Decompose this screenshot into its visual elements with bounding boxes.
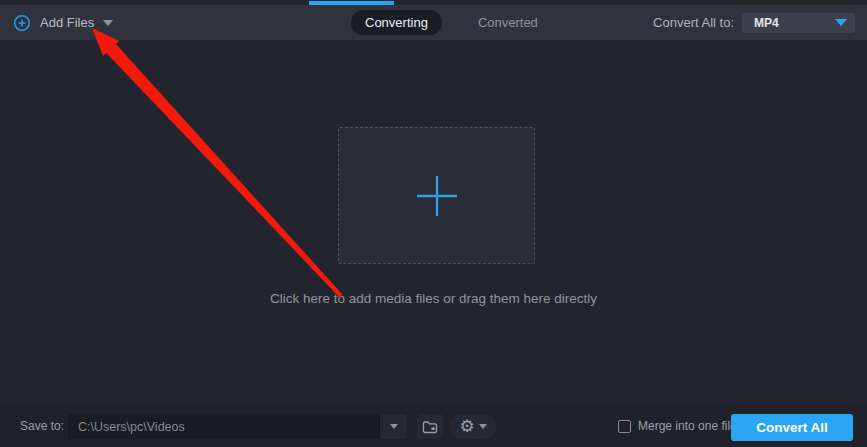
chevron-down-icon xyxy=(835,19,847,26)
plus-circle-icon xyxy=(13,14,31,32)
add-files-button[interactable]: Add Files xyxy=(13,5,113,40)
plus-icon xyxy=(415,174,459,218)
convert-all-to-group: Convert All to: MP4 xyxy=(653,5,855,40)
merge-checkbox[interactable] xyxy=(618,420,631,433)
save-path-value[interactable]: C:\Users\pc\Videos xyxy=(68,420,379,434)
dropzone-hint-text[interactable]: Click here to add media files or drag th… xyxy=(0,291,867,306)
save-to-label: Save to: xyxy=(20,419,64,433)
output-format-value: MP4 xyxy=(754,16,779,30)
bottom-bar: Save to: C:\Users\pc\Videos ⚙ Merge into… xyxy=(0,405,867,447)
tab-converted[interactable]: Converted xyxy=(464,10,552,35)
folder-icon xyxy=(422,420,438,434)
chevron-down-icon xyxy=(479,424,487,429)
toolbar: Add Files Converting Converted Convert A… xyxy=(0,5,867,40)
media-dropzone[interactable] xyxy=(338,127,535,264)
conversion-settings-button[interactable]: ⚙ xyxy=(450,414,496,439)
merge-into-one-file-option[interactable]: Merge into one file xyxy=(618,405,737,447)
browse-folder-button[interactable] xyxy=(417,414,443,439)
save-path-control: C:\Users\pc\Videos xyxy=(68,414,407,439)
chevron-down-icon[interactable] xyxy=(103,20,113,26)
view-tabs: Converting Converted xyxy=(351,5,552,40)
chevron-down-icon xyxy=(390,424,398,429)
save-path-dropdown-button[interactable] xyxy=(379,414,407,439)
gear-icon: ⚙ xyxy=(459,418,474,435)
convert-all-button[interactable]: Convert All xyxy=(731,414,853,441)
add-files-label: Add Files xyxy=(40,15,94,30)
file-list-area: Click here to add media files or drag th… xyxy=(0,40,867,405)
convert-all-to-label: Convert All to: xyxy=(653,15,734,30)
tab-converting[interactable]: Converting xyxy=(351,10,442,35)
merge-label: Merge into one file xyxy=(638,419,737,433)
output-format-dropdown[interactable]: MP4 xyxy=(742,13,855,33)
